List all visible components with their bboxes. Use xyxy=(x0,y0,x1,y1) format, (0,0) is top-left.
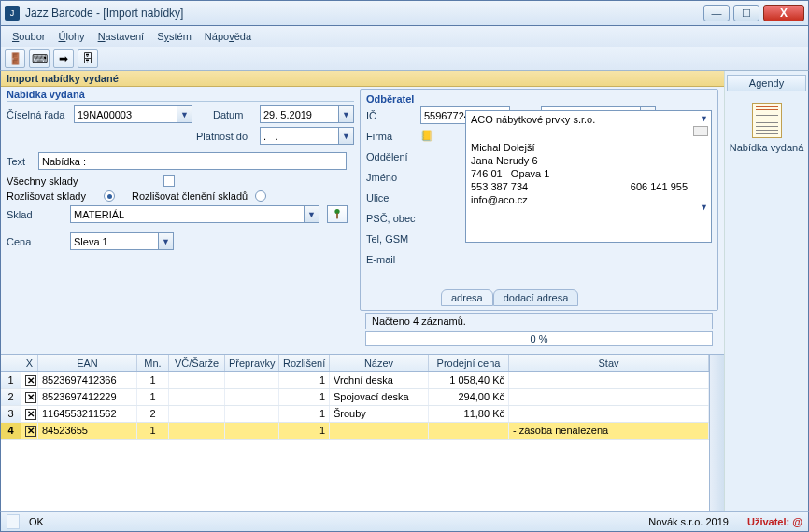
cena-label: Cena xyxy=(7,236,66,247)
chevron-down-icon[interactable]: ▼ xyxy=(177,105,192,123)
col-cena[interactable]: Prodejní cena xyxy=(429,355,509,371)
col-rozliseni[interactable]: Rozlišení xyxy=(279,355,330,371)
col-x[interactable]: X xyxy=(21,355,38,371)
minimize-button[interactable]: — xyxy=(703,5,730,21)
col-sarze[interactable]: VČ/Šarže xyxy=(169,355,225,371)
status-ok: OK xyxy=(29,516,44,527)
col-prepravky[interactable]: Přepravky xyxy=(225,355,279,371)
gsm-value: 606 141 955 xyxy=(631,181,688,192)
sklad-combo[interactable]: ▼ xyxy=(70,205,319,223)
grid: X EAN Mn. VČ/Šarže Přepravky Rozlišení N… xyxy=(1,354,724,511)
sklad-label: Sklad xyxy=(7,209,66,220)
titlebar: J Jazz Barcode - [Import nabídky] — ☐ X xyxy=(0,0,809,26)
customer-address-box: ▼ … ▼ ACO nábytkové prvky s.r.o. Michal … xyxy=(465,110,712,243)
x-icon: ✕ xyxy=(25,392,36,403)
menu-nastaveni[interactable]: Nastavení xyxy=(92,29,150,44)
tel-value: 553 387 734 xyxy=(471,181,528,192)
tab-dodaci[interactable]: dodací adresa xyxy=(493,289,579,306)
tree-icon[interactable] xyxy=(327,205,348,223)
svg-rect-1 xyxy=(336,213,338,218)
status-user-label: Uživatel: xyxy=(747,516,789,527)
menu-soubor[interactable]: Soubor xyxy=(7,29,50,44)
agenda-item-label[interactable]: Nabídka vydaná xyxy=(730,142,804,153)
menu-ulohy[interactable]: Úlohy xyxy=(52,29,90,44)
vsechny-sklady-label: Všechny sklady xyxy=(7,175,160,187)
vsechny-sklady-checkbox[interactable] xyxy=(163,175,175,187)
tel-label: Tel, GSM xyxy=(366,233,417,245)
status-user: @ xyxy=(792,516,802,527)
menubar: Soubor Úlohy Nastavení Systém Nápověda xyxy=(0,26,809,47)
sklad-input[interactable] xyxy=(70,205,304,223)
platnost-combo[interactable]: ▼ xyxy=(260,127,354,145)
progress-bar: 0 % xyxy=(365,331,713,346)
firma-label: Firma xyxy=(366,131,417,142)
grid-header: X EAN Mn. VČ/Šarže Přepravky Rozlišení N… xyxy=(1,355,709,372)
rozl-cleneni-radio[interactable] xyxy=(255,190,266,202)
email-value: info@aco.cz xyxy=(471,194,706,205)
x-icon: ✕ xyxy=(25,409,36,420)
cena-input[interactable] xyxy=(70,232,158,250)
vertical-scrollbar[interactable] xyxy=(709,355,724,511)
agenda-header: Agendy xyxy=(727,75,806,91)
jmeno-value: Michal Dolejší xyxy=(471,142,706,153)
table-row[interactable]: 2 ✕ 8523697412229 1 1 Spojovací deska 29… xyxy=(1,389,709,406)
platnost-label: Platnost do xyxy=(196,131,256,142)
chevron-down-icon[interactable]: ▼ xyxy=(338,105,354,123)
agenda-pane: Agendy Nabídka vydaná xyxy=(724,71,808,511)
agenda-item-icon[interactable] xyxy=(752,103,782,138)
table-row[interactable]: 4 ✕ 84523655 1 1 - zásoba nenalezena xyxy=(1,423,709,440)
page-subheader: Import nabídky vydané xyxy=(1,71,724,87)
datum-label: Datum xyxy=(213,109,256,120)
address-book-icon[interactable]: 📒 xyxy=(420,130,433,142)
chevron-down-icon[interactable]: ▼ xyxy=(338,127,354,145)
chevron-down-icon[interactable]: ▼ xyxy=(158,232,174,250)
chevron-down-icon[interactable]: ▼ xyxy=(700,203,708,212)
text-label: Text xyxy=(7,156,35,167)
platnost-input[interactable] xyxy=(260,127,338,145)
col-nazev[interactable]: Název xyxy=(330,355,429,371)
arrow-right-icon[interactable]: ➡ xyxy=(53,49,74,68)
ic-label: IČ xyxy=(366,110,417,121)
datum-combo[interactable]: ▼ xyxy=(260,105,354,123)
loaded-status: Načteno 4 záznamů. xyxy=(365,313,713,329)
toolbar: 🚪 ⌨ ➡ 🗄 xyxy=(0,47,809,71)
statusbar: OK Novák s.r.o. 2019 Uživatel: @ xyxy=(0,511,809,532)
table-row[interactable]: 3 ✕ 1164553211562 2 1 Šrouby 11,80 Kč xyxy=(1,406,709,423)
table-row[interactable]: 1 ✕ 8523697412366 1 1 Vrchní deska 1 058… xyxy=(1,372,709,389)
database-icon[interactable]: 🗄 xyxy=(78,49,98,68)
ulice-label: Ulice xyxy=(366,192,417,203)
door-exit-icon[interactable]: 🚪 xyxy=(5,49,25,68)
jmeno-label: Jméno xyxy=(366,172,417,183)
cena-combo[interactable]: ▼ xyxy=(70,232,174,250)
status-company: Novák s.r.o. 2019 xyxy=(648,516,729,527)
x-icon: ✕ xyxy=(25,375,36,386)
datum-input[interactable] xyxy=(260,105,338,123)
col-ean[interactable]: EAN xyxy=(38,355,137,371)
rada-label: Číselná řada xyxy=(7,109,70,120)
maximize-button[interactable]: ☐ xyxy=(733,5,759,21)
text-input[interactable] xyxy=(38,152,347,170)
chevron-down-icon[interactable]: ▼ xyxy=(700,114,708,123)
firma-value: ACO nábytkové prvky s.r.o. xyxy=(471,114,706,125)
close-button[interactable]: X xyxy=(763,5,804,21)
rada-combo[interactable]: ▼ xyxy=(74,105,192,123)
ulice-value: Jana Nerudy 6 xyxy=(471,155,706,166)
col-mn[interactable]: Mn. xyxy=(137,355,169,371)
keyboard-icon[interactable]: ⌨ xyxy=(29,49,50,68)
rozl-cleneni-label: Rozlišovat členění skladů xyxy=(132,190,248,202)
col-stav[interactable]: Stav xyxy=(509,355,709,371)
app-icon: J xyxy=(5,6,20,21)
psc-label: PSČ, obec xyxy=(366,213,417,224)
rozl-sklady-radio[interactable] xyxy=(104,190,115,202)
x-icon: ✕ xyxy=(25,426,36,437)
tab-adresa[interactable]: adresa xyxy=(441,289,493,306)
psc-value: 746 01 xyxy=(471,168,503,179)
customer-title: Odběratel xyxy=(366,93,712,105)
ellipsis-button[interactable]: … xyxy=(693,126,708,136)
rada-input[interactable] xyxy=(74,105,177,123)
menu-napoveda[interactable]: Nápověda xyxy=(199,29,257,44)
offer-title: Nabídka vydaná xyxy=(7,89,354,102)
chevron-down-icon[interactable]: ▼ xyxy=(304,205,319,223)
customer-panel: Odběratel IČ DIČ ▼ Firma 📒 Oddělení Jmén… xyxy=(360,89,718,311)
menu-system[interactable]: Systém xyxy=(151,29,197,44)
